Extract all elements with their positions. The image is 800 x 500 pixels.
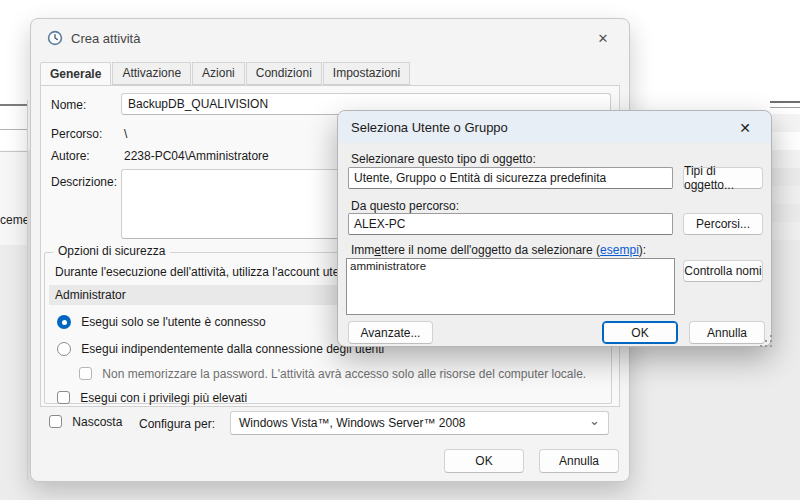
resize-grip[interactable] <box>765 340 767 342</box>
radio-selected-icon <box>57 315 71 329</box>
close-icon[interactable]: ✕ <box>729 116 761 140</box>
security-options-title: Opzioni di sicurezza <box>53 244 170 258</box>
description-label: Descrizione: <box>51 175 117 189</box>
backdrop-line <box>0 151 28 152</box>
radio-run-independent[interactable]: Esegui indipendentemente dalla connessio… <box>57 342 384 356</box>
create-task-titlebar[interactable]: Crea attività <box>31 19 629 57</box>
configure-for-select[interactable]: Windows Vista™, Windows Server™ 2008 ⌄ <box>230 411 609 435</box>
locations-button[interactable]: Percorsi... <box>683 213 763 235</box>
checkbox-icon <box>57 391 70 404</box>
run-account-text: Durante l'esecuzione dell'attività, util… <box>55 265 356 279</box>
tab-condizioni[interactable]: Condizioni <box>246 62 322 85</box>
tab-strip: Generale Attivazione Azioni Condizioni I… <box>40 63 411 85</box>
select-user-titlebar[interactable]: Seleziona Utente o Gruppo <box>338 111 771 143</box>
author-value: 2238-PC04\Amministratore <box>124 149 269 163</box>
object-type-field: Utente, Gruppo o Entità di sicurezza pre… <box>348 167 673 189</box>
tab-generale[interactable]: Generale <box>40 62 111 86</box>
backdrop-line <box>0 129 28 130</box>
cancel-button[interactable]: Annulla <box>539 449 619 473</box>
checkbox-highest-privileges[interactable]: Esegui con i privilegi più elevati <box>57 391 247 405</box>
author-label: Autore: <box>51 149 90 163</box>
tab-attivazione[interactable]: Attivazione <box>112 62 191 85</box>
checkbox-icon <box>79 367 92 380</box>
path-label: Percorso: <box>51 127 102 141</box>
dialog-title: Crea attività <box>71 31 140 46</box>
select-user-dialog: Seleziona Utente o Gruppo ✕ Selezionare … <box>337 110 772 347</box>
backdrop-list-row <box>770 222 800 240</box>
name-label: Nome: <box>51 98 86 112</box>
object-name-label: Immettere il nome dell'oggetto da selezi… <box>351 243 646 257</box>
backdrop-list-row <box>770 114 800 132</box>
backdrop-edge <box>27 100 28 480</box>
object-types-button[interactable]: Tipi di oggetto... <box>683 167 763 189</box>
checkbox-icon <box>49 415 62 428</box>
close-icon[interactable]: ✕ <box>587 26 619 50</box>
backdrop-line <box>770 107 800 108</box>
object-type-label: Selezionare questo tipo di oggetto: <box>351 152 536 166</box>
ok-button[interactable]: OK <box>444 449 524 473</box>
advanced-button[interactable]: Avanzate... <box>348 321 433 344</box>
configure-for-label: Configura per: <box>139 417 215 431</box>
object-name-input[interactable]: amministratore <box>346 258 675 315</box>
configure-for-value: Windows Vista™, Windows Server™ 2008 <box>239 416 466 430</box>
backdrop-text-fragment: cemen <box>0 213 28 227</box>
backdrop-left-band <box>0 150 28 245</box>
backdrop-list-row <box>770 150 800 168</box>
examples-link[interactable]: esempi <box>600 243 639 257</box>
backdrop-line <box>770 101 800 103</box>
checkbox-no-password[interactable]: Non memorizzare la password. L'attività … <box>79 367 586 381</box>
from-location-label: Da questo percorso: <box>351 199 459 213</box>
path-value: \ <box>124 127 127 141</box>
backdrop-line <box>0 104 28 106</box>
checkbox-hidden[interactable]: Nascosta <box>49 415 122 429</box>
check-names-button[interactable]: Controlla nomi <box>683 260 763 282</box>
cancel-button[interactable]: Annulla <box>689 321 765 344</box>
tab-impostazioni[interactable]: Impostazioni <box>323 62 410 85</box>
from-location-field: ALEX-PC <box>348 213 673 235</box>
radio-unselected-icon <box>57 342 71 356</box>
radio-run-logged-on[interactable]: Esegui solo se l'utente è connesso <box>57 315 266 329</box>
chevron-down-icon: ⌄ <box>589 416 600 426</box>
task-scheduler-clock-icon <box>47 30 63 46</box>
ok-button[interactable]: OK <box>602 321 678 344</box>
dialog-title: Seleziona Utente o Gruppo <box>351 120 508 135</box>
tab-azioni[interactable]: Azioni <box>192 62 245 85</box>
backdrop-list-row <box>770 186 800 204</box>
